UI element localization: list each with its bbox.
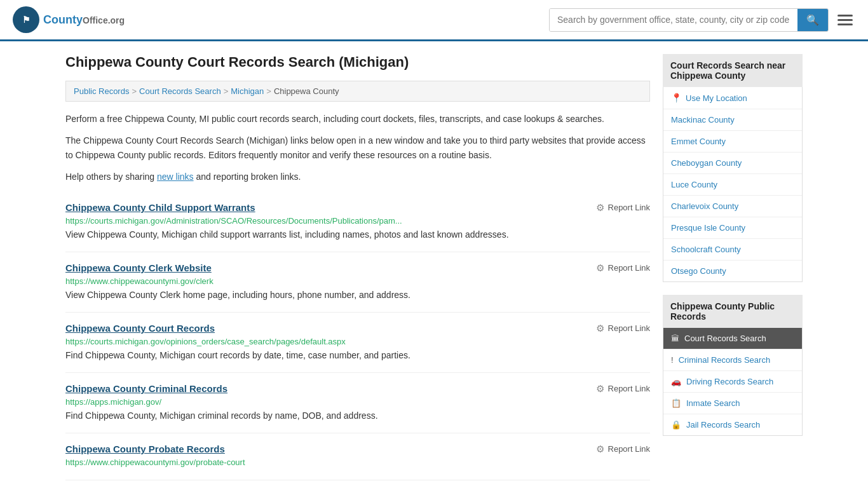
result-header: Chippewa County Criminal Records ⚙ Repor… — [65, 383, 650, 395]
public-records-links: 🏛Court Records Search!Criminal Records S… — [663, 328, 803, 436]
result-header: Chippewa County Child Support Warrants ⚙… — [65, 202, 650, 214]
main-container: Chippewa County Court Records Search (Mi… — [53, 41, 815, 488]
new-links-link[interactable]: new links — [157, 172, 194, 182]
report-link-1[interactable]: ⚙ Report Link — [596, 262, 650, 274]
nearby-link-5[interactable]: Presque Isle County — [663, 217, 802, 239]
pin-icon: 📍 — [671, 93, 682, 103]
public-link-label-0: Court Records Search — [684, 334, 766, 343]
menu-button[interactable] — [835, 12, 855, 28]
logo-area: ⚑ CountyOffice.org — [13, 6, 125, 33]
nearby-link-6[interactable]: Schoolcraft County — [663, 239, 802, 261]
report-icon-3: ⚙ — [596, 383, 604, 395]
result-header: Chippewa County Court Records ⚙ Report L… — [65, 323, 650, 334]
public-link-icon-4: 🔒 — [671, 420, 681, 430]
report-link-4[interactable]: ⚙ Report Link — [596, 444, 650, 455]
nearby-link-2[interactable]: Cheboygan County — [663, 152, 802, 174]
public-link-label-3: Inmate Search — [686, 398, 740, 408]
sidebar-nearby-links: 📍 Use My Location Mackinac CountyEmmet C… — [663, 87, 803, 282]
public-link-label-2: Driving Records Search — [686, 377, 773, 386]
result-title-2[interactable]: Chippewa County Court Records — [65, 323, 215, 334]
desc-para-1: Perform a free Chippewa County, MI publi… — [65, 112, 650, 126]
report-icon-0: ⚙ — [596, 202, 604, 214]
public-link-2[interactable]: 🚗Driving Records Search — [663, 371, 802, 393]
logo-icon: ⚑ — [13, 6, 39, 33]
public-link-icon-0: 🏛 — [671, 334, 679, 343]
page-title: Chippewa County Court Records Search (Mi… — [65, 54, 650, 71]
result-desc-3: Find Chippewa County, Michigan criminal … — [65, 409, 650, 423]
report-link-3[interactable]: ⚙ Report Link — [596, 383, 650, 395]
nearby-link-4[interactable]: Charlevoix County — [663, 196, 802, 217]
breadcrumb-michigan[interactable]: Michigan — [231, 86, 264, 96]
public-link-3[interactable]: 📋Inmate Search — [663, 393, 802, 414]
header: ⚑ CountyOffice.org 🔍 — [0, 0, 868, 41]
nearby-links-container: Mackinac CountyEmmet CountyCheboygan Cou… — [663, 109, 802, 281]
result-desc-2: Find Chippewa County, Michigan court rec… — [65, 349, 650, 362]
report-icon-1: ⚙ — [596, 262, 604, 274]
report-link-0[interactable]: ⚙ Report Link — [596, 202, 650, 214]
main-content: Chippewa County Court Records Search (Mi… — [65, 54, 650, 480]
sidebar-public-section: Chippewa County Public Records 🏛Court Re… — [663, 295, 803, 436]
results-list: Chippewa County Child Support Warrants ⚙… — [65, 192, 650, 480]
breadcrumb-court-records-search[interactable]: Court Records Search — [139, 86, 221, 96]
menu-line-3 — [837, 24, 853, 25]
breadcrumb-public-records[interactable]: Public Records — [74, 86, 129, 96]
sidebar-nearby-title: Court Records Search near Chippewa Count… — [663, 54, 803, 87]
result-item: Chippewa County Court Records ⚙ Report L… — [65, 313, 650, 373]
menu-line-2 — [837, 19, 853, 21]
result-header: Chippewa County Clerk Website ⚙ Report L… — [65, 262, 650, 274]
sidebar-nearby-section: Court Records Search near Chippewa Count… — [663, 54, 803, 282]
menu-line-1 — [837, 15, 853, 17]
public-link-label-1: Criminal Records Search — [679, 355, 771, 365]
result-url-3[interactable]: https://apps.michigan.gov/ — [65, 397, 650, 407]
result-url-2[interactable]: https://courts.michigan.gov/opinions_ord… — [65, 337, 650, 346]
result-item: Chippewa County Probate Records ⚙ Report… — [65, 433, 650, 480]
sidebar: Court Records Search near Chippewa Count… — [663, 54, 803, 480]
result-item: Chippewa County Child Support Warrants ⚙… — [65, 192, 650, 252]
nearby-link-1[interactable]: Emmet County — [663, 131, 802, 152]
public-link-icon-3: 📋 — [671, 398, 681, 408]
result-title-3[interactable]: Chippewa County Criminal Records — [65, 383, 227, 394]
use-location-link[interactable]: Use My Location — [686, 93, 747, 103]
report-icon-2: ⚙ — [596, 323, 604, 334]
result-title-0[interactable]: Chippewa County Child Support Warrants — [65, 202, 255, 213]
result-item: Chippewa County Clerk Website ⚙ Report L… — [65, 252, 650, 313]
use-location-row: 📍 Use My Location — [663, 87, 802, 109]
result-item: Chippewa County Criminal Records ⚙ Repor… — [65, 373, 650, 433]
result-desc-0: View Chippewa County, Michigan child sup… — [65, 228, 650, 241]
nearby-link-0[interactable]: Mackinac County — [663, 109, 802, 131]
report-link-2[interactable]: ⚙ Report Link — [596, 323, 650, 334]
nearby-link-7[interactable]: Otsego County — [663, 261, 802, 281]
desc-para-3: Help others by sharing new links and rep… — [65, 170, 650, 184]
svg-text:⚑: ⚑ — [22, 15, 31, 25]
search-button[interactable]: 🔍 — [797, 9, 828, 31]
public-link-label-4: Jail Records Search — [686, 420, 760, 430]
result-url-4[interactable]: https://www.chippewacountymi.gov/probate… — [65, 458, 650, 467]
logo-text: CountyOffice.org — [43, 13, 125, 27]
search-input[interactable] — [550, 9, 797, 31]
result-url-0[interactable]: https://courts.michigan.gov/Administrati… — [65, 216, 650, 226]
breadcrumb: Public Records > Court Records Search > … — [65, 81, 650, 102]
public-link-4[interactable]: 🔒Jail Records Search — [663, 414, 802, 435]
result-desc-1: View Chippewa County Clerk home page, in… — [65, 288, 650, 302]
result-url-1[interactable]: https://www.chippewacountymi.gov/clerk — [65, 276, 650, 286]
result-title-1[interactable]: Chippewa County Clerk Website — [65, 262, 212, 273]
sidebar-public-title: Chippewa County Public Records — [663, 295, 803, 328]
public-link-icon-1: ! — [671, 355, 674, 365]
desc-para-2: The Chippewa County Court Records Search… — [65, 133, 650, 162]
report-icon-4: ⚙ — [596, 444, 604, 455]
search-bar: 🔍 — [549, 8, 829, 32]
nearby-link-3[interactable]: Luce County — [663, 174, 802, 196]
breadcrumb-current: Chippewa County — [274, 86, 339, 96]
public-link-1[interactable]: !Criminal Records Search — [663, 349, 802, 371]
result-header: Chippewa County Probate Records ⚙ Report… — [65, 444, 650, 455]
result-title-4[interactable]: Chippewa County Probate Records — [65, 444, 225, 454]
public-link-icon-2: 🚗 — [671, 377, 681, 386]
header-right: 🔍 — [549, 8, 855, 32]
public-link-0[interactable]: 🏛Court Records Search — [663, 328, 802, 349]
